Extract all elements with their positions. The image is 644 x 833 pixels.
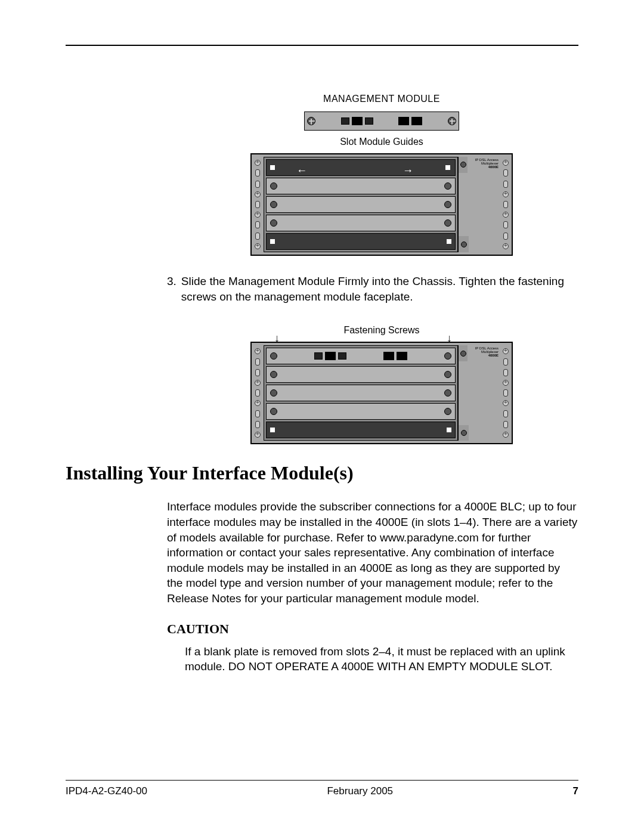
slot-blank xyxy=(266,215,456,231)
slot-mgmt-installed xyxy=(266,348,456,364)
chassis-label: IP DSL Access Multiplexer 4000E xyxy=(467,157,500,173)
arrow-down-icon: ↓ xyxy=(447,332,452,345)
figure1-title: MANAGEMENT MODULE xyxy=(185,94,578,104)
handle xyxy=(458,236,469,252)
step-3: 3. Slide the Management Module Firmly in… xyxy=(167,274,578,304)
figure-management-module: MANAGEMENT MODULE Slot Module Guides xyxy=(185,94,578,256)
port-row xyxy=(398,117,422,125)
caution-heading: CAUTION xyxy=(167,621,578,637)
slot-bottom xyxy=(266,422,456,438)
slot-blank xyxy=(266,385,456,401)
chassis-inner: ← → xyxy=(264,157,458,252)
handle xyxy=(458,157,467,173)
slot-mgmt-empty: ← → xyxy=(266,159,456,176)
handle xyxy=(458,425,469,441)
section-paragraph: Interface modules provide the subscriber… xyxy=(167,499,578,606)
slot-blank xyxy=(266,178,456,194)
port-icon xyxy=(341,117,349,125)
chassis-diagram-2: ↓ ↓ xyxy=(250,342,513,444)
screw-icon xyxy=(307,117,315,125)
management-module-diagram xyxy=(304,112,459,131)
chassis-label-line2: 4000E xyxy=(467,165,499,169)
rail-left xyxy=(252,157,264,252)
top-rule xyxy=(66,45,578,46)
screw-icon xyxy=(448,117,456,125)
slot-blank xyxy=(266,366,456,383)
step-body: Slide the Management Module Firmly into … xyxy=(181,274,578,304)
chassis-label: IP DSL Access Multiplexer 4000E xyxy=(467,345,500,361)
chassis-label-line2: 4000E xyxy=(467,354,499,357)
arrow-down-icon: ↓ xyxy=(274,332,280,345)
port-icon xyxy=(411,117,422,125)
port-icon xyxy=(398,117,409,125)
rail-right xyxy=(500,345,512,441)
slot-blank xyxy=(266,196,456,213)
slot-blank xyxy=(266,403,456,420)
arrow-left-icon: ← xyxy=(296,165,307,177)
rail-right xyxy=(500,157,512,252)
rail-left xyxy=(252,345,264,441)
port-row xyxy=(341,117,373,125)
caution-text: If a blank plate is removed from slots 2… xyxy=(185,644,578,674)
port-icon xyxy=(352,117,363,125)
chassis-label-line1: IP DSL Access Multiplexer xyxy=(467,346,499,354)
chassis-label-line1: IP DSL Access Multiplexer xyxy=(467,158,499,165)
handle xyxy=(458,345,467,361)
step-number: 3. xyxy=(167,274,177,304)
figure1-subcaption: Slot Module Guides xyxy=(185,137,578,147)
footer-doc-id: IPD4-A2-GZ40-00 xyxy=(66,785,147,797)
figure2-title: Fastening Screws xyxy=(185,325,578,336)
chassis-inner xyxy=(264,345,458,441)
footer-page-number: 7 xyxy=(573,785,578,797)
footer-date: February 2005 xyxy=(327,785,393,797)
figure-fastening-screws: Fastening Screws ↓ ↓ xyxy=(185,325,578,444)
slot-bottom xyxy=(266,233,456,250)
page-footer: IPD4-A2-GZ40-00 February 2005 7 xyxy=(66,780,578,797)
section-heading: Installing Your Interface Module(s) xyxy=(66,462,578,484)
chassis-diagram-1: ← → xyxy=(250,153,513,256)
port-icon xyxy=(365,117,373,125)
arrow-right-icon: → xyxy=(402,165,413,177)
